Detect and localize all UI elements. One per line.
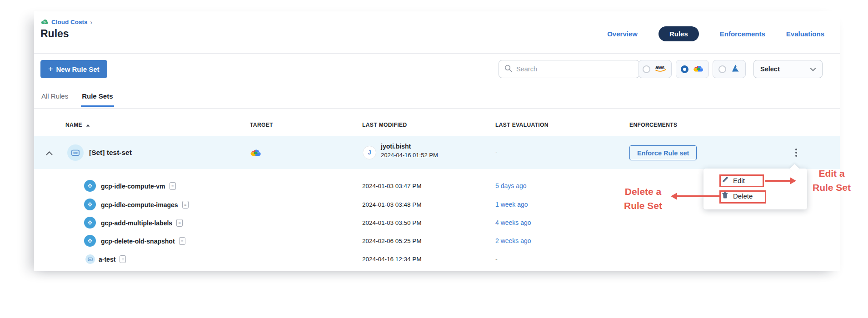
rule-last-modified: 2024-02-06 05:25 PM xyxy=(362,238,422,244)
annotation-arrow-left xyxy=(677,195,719,197)
rule-set-icon: </> xyxy=(67,144,84,161)
search-icon xyxy=(504,65,512,74)
rule-set-name[interactable]: [Set] test-set xyxy=(89,149,132,157)
rule-row[interactable]: a-test≡ 2024-04-16 12:34 PM - xyxy=(34,250,840,268)
row-menu-kebab-icon[interactable] xyxy=(792,146,800,159)
svg-text:$: $ xyxy=(44,20,46,24)
nav-rules-active[interactable]: Rules xyxy=(658,26,699,41)
rule-name[interactable]: gcp-idle-compute-images xyxy=(101,201,178,209)
rule-description-icon[interactable]: ≡ xyxy=(179,237,185,245)
rule-icon xyxy=(84,180,96,192)
rule-name[interactable]: gcp-idle-compute-vm xyxy=(101,183,165,190)
radio-unselected-icon[interactable] xyxy=(643,65,650,73)
azure-logo-icon xyxy=(730,64,740,75)
rule-last-modified: 2024-01-03 03:50 PM xyxy=(362,219,422,226)
annotation-arrowhead-left xyxy=(671,193,677,200)
top-nav: Overview Rules Enforcements Evaluations xyxy=(607,25,824,42)
rule-description-icon[interactable]: ≡ xyxy=(176,219,183,227)
nav-enforcements[interactable]: Enforcements xyxy=(720,30,765,38)
svg-text:aws: aws xyxy=(655,65,664,70)
rule-icon xyxy=(84,235,96,247)
rule-name[interactable]: a-test xyxy=(99,256,115,263)
gcp-logo-icon xyxy=(692,64,704,75)
filter-select-value: Select xyxy=(760,65,780,73)
svg-text:</>: </> xyxy=(73,151,78,155)
avatar: J xyxy=(363,146,376,159)
annotation-arrow-right xyxy=(765,180,791,182)
column-header-name[interactable]: NAME xyxy=(65,122,90,128)
tab-rule-sets[interactable]: Rule Sets xyxy=(81,91,114,107)
provider-toggle-gcp[interactable] xyxy=(676,60,709,78)
rule-name[interactable]: gcp-add-multiple-labels xyxy=(101,219,172,227)
column-header-last-evaluation: LAST EVALUATION xyxy=(495,122,549,128)
provider-toggle-aws[interactable]: aws xyxy=(639,60,672,78)
enforce-rule-set-button[interactable]: Enforce Rule set xyxy=(629,145,697,160)
rule-icon xyxy=(84,217,96,229)
column-header-enforcements: ENFORCEMENTS xyxy=(629,122,677,128)
modified-by: jyoti.bisht xyxy=(381,143,411,150)
filter-select-dropdown[interactable]: Select xyxy=(753,60,823,78)
search-box[interactable] xyxy=(499,60,639,78)
rule-row[interactable]: gcp-delete-old-snapshot≡ 2024-02-06 05:2… xyxy=(34,232,840,250)
rule-set-mini-icon xyxy=(85,254,95,264)
rule-last-evaluation-link[interactable]: 5 days ago xyxy=(495,182,527,189)
cloud-costs-icon: $ xyxy=(40,18,49,26)
page: $ Cloud Costs › Rules Overview Rules Enf… xyxy=(0,0,868,318)
search-input[interactable] xyxy=(516,65,634,73)
rule-last-modified: 2024-01-03 03:48 PM xyxy=(362,201,422,208)
gcp-target-icon xyxy=(249,147,262,159)
radio-unselected-icon[interactable] xyxy=(718,65,726,73)
rules-panel: $ Cloud Costs › Rules Overview Rules Enf… xyxy=(34,11,840,271)
rule-last-evaluation-link[interactable]: 1 week ago xyxy=(495,201,528,208)
rule-description-icon[interactable]: ≡ xyxy=(182,201,189,209)
rules-tabs: All Rules Rule Sets xyxy=(40,91,114,107)
chevron-down-icon xyxy=(810,65,816,73)
column-header-last-modified: LAST MODIFIED xyxy=(362,122,407,128)
aws-logo-icon: aws xyxy=(654,64,668,75)
last-evaluation-value: - xyxy=(495,148,498,155)
breadcrumb[interactable]: $ Cloud Costs › xyxy=(40,18,92,26)
new-rule-set-label: New Rule Set xyxy=(56,65,100,73)
rule-last-evaluation-link[interactable]: 2 weeks ago xyxy=(495,237,531,244)
breadcrumb-separator: › xyxy=(90,19,93,26)
tabs-divider xyxy=(34,108,840,109)
rule-last-evaluation: - xyxy=(495,255,498,263)
rule-name[interactable]: gcp-delete-old-snapshot xyxy=(101,238,175,245)
collapse-chevron-icon[interactable] xyxy=(46,149,53,157)
header-divider xyxy=(34,53,840,54)
rule-description-icon[interactable]: ≡ xyxy=(120,255,126,263)
provider-toggle-azure[interactable] xyxy=(713,60,746,78)
modified-at: 2024-04-16 01:52 PM xyxy=(381,152,438,159)
annotation-arrowhead-right xyxy=(790,177,796,184)
nav-overview[interactable]: Overview xyxy=(607,30,638,38)
rule-row[interactable]: gcp-add-multiple-labels≡ 2024-01-03 03:5… xyxy=(34,214,840,232)
column-header-target: TARGET xyxy=(250,122,273,128)
breadcrumb-label[interactable]: Cloud Costs xyxy=(51,19,88,25)
nav-evaluations[interactable]: Evaluations xyxy=(786,30,824,38)
plus-icon: + xyxy=(48,65,53,73)
rule-last-modified: 2024-04-16 12:34 PM xyxy=(362,256,422,263)
tab-all-rules[interactable]: All Rules xyxy=(40,91,69,107)
rule-icon xyxy=(84,199,96,210)
annotation-delete-rule-set: Delete a Rule Set xyxy=(618,184,668,213)
page-title: Rules xyxy=(40,28,69,40)
rule-last-evaluation-link[interactable]: 4 weeks ago xyxy=(495,219,531,226)
sort-asc-icon[interactable] xyxy=(86,122,90,128)
annotation-edit-rule-set: Edit a Rule Set xyxy=(801,166,862,194)
rule-last-modified: 2024-01-03 03:47 PM xyxy=(362,183,422,189)
new-rule-set-button[interactable]: + New Rule Set xyxy=(40,60,107,78)
annotation-box-delete xyxy=(719,190,766,204)
rule-set-row[interactable]: </> [Set] test-set J jyoti.bisht xyxy=(34,136,840,169)
annotation-box-edit xyxy=(719,174,764,187)
rule-description-icon[interactable]: ≡ xyxy=(170,182,176,190)
radio-selected-icon[interactable] xyxy=(681,65,688,73)
